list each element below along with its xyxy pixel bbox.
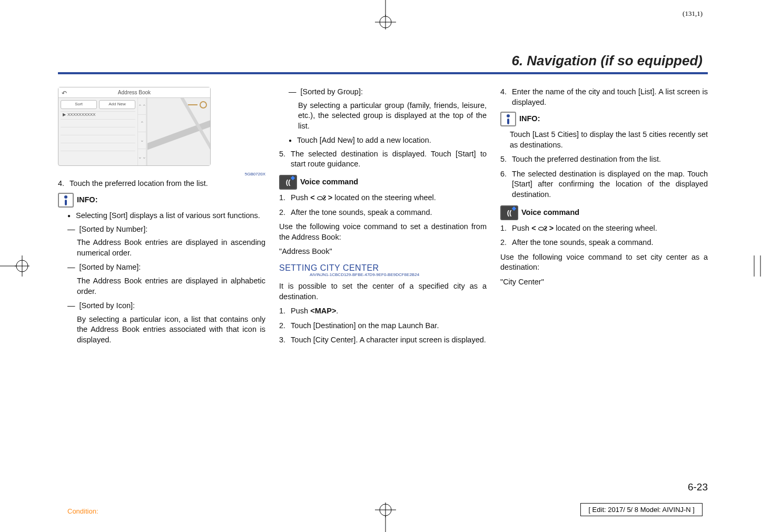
- step-number: 2.: [279, 321, 285, 331]
- screenshot-map: [147, 98, 210, 165]
- info-body: Touch [Last 5 Cities] to display the las…: [500, 130, 708, 150]
- step-4-text: Touch the preferred location from the li…: [70, 179, 265, 189]
- scroll-arrows: ⌃⌃ ⌃ ⌄ ⌄⌄: [137, 98, 146, 165]
- sort-number-head: [Sorted by Number]:: [80, 224, 266, 235]
- cc-step-2: Touch [Destination] on the map Launch Ba…: [291, 321, 487, 331]
- sheet-number: (131,1): [683, 9, 703, 18]
- page-number: 6-23: [688, 481, 708, 493]
- dash-icon: —: [67, 224, 75, 235]
- scale-circle-icon: [200, 101, 207, 109]
- use-following-text: Use the following voice command to set c…: [500, 252, 708, 273]
- section-heading: SETTING CITY CENTER: [279, 262, 487, 274]
- step-number: 5.: [500, 154, 507, 165]
- step-number: 3.: [279, 335, 285, 346]
- screenshot-code: 5GB0720X: [245, 172, 265, 176]
- sort-name-head: [Sorted by Name]:: [80, 262, 266, 273]
- step-number: 1.: [500, 223, 507, 234]
- bullet-text: Selecting [Sort] displays a list of vari…: [76, 211, 265, 221]
- voice-command-icon: [500, 205, 518, 220]
- vc-step-2: After the tone sounds, speak a command.: [291, 208, 487, 218]
- dash-icon: —: [67, 301, 75, 311]
- dash-icon: —: [289, 87, 296, 97]
- voice-command-phrase: "City Center": [500, 277, 708, 288]
- vc-step-1: Push < ⬭ᴤ > located on the steering whee…: [291, 193, 487, 203]
- info-icon: [58, 193, 74, 208]
- scroll-bottom-icon: ⌄⌄: [138, 149, 146, 165]
- sort-number-body: The Address Book entries are displayed i…: [58, 238, 265, 258]
- cc-step-3: Touch [City Center]. A character input s…: [291, 335, 487, 346]
- crop-mark-right: [739, 245, 771, 287]
- title-rule: [58, 72, 708, 74]
- step-number: 6.: [500, 169, 507, 200]
- bullet-addnew: Touch [Add New] to add a new location.: [297, 135, 487, 146]
- vc-step-1: Push < ⬭ᴤ > located on the steering whee…: [512, 223, 708, 234]
- guid-label: AIVINJN1-1CBCD129-BFBE-47D9-9EF0-BE9DCF8…: [279, 272, 487, 278]
- voice-command-label: Voice command: [300, 177, 358, 188]
- sort-group-body: By selecting a particular group (family,…: [279, 101, 487, 132]
- chapter-title: 6. Navigation (if so equipped): [58, 53, 708, 69]
- scroll-up-icon: ⌃: [138, 115, 146, 132]
- sort-group-head: [Sorted by Group]:: [301, 87, 487, 97]
- bullet-icon: ●: [289, 135, 292, 146]
- sort-icon-head: [Sorted by Icon]:: [80, 301, 266, 311]
- info-label: INFO:: [519, 114, 540, 124]
- cc-step-1: Push <MAP>.: [291, 306, 487, 317]
- step-number: 1.: [279, 306, 285, 317]
- embedded-screenshot: ↶ Address Book Sort Add New ▶XXXXXXXXXX …: [58, 87, 211, 166]
- info-label: INFO:: [77, 195, 97, 205]
- step-number: 4.: [500, 87, 507, 107]
- column-2: —[Sorted by Group]: By selecting a parti…: [279, 87, 487, 350]
- city-center-intro: It is possible to set the center of a sp…: [279, 281, 487, 302]
- voice-command-label: Voice command: [521, 208, 579, 218]
- back-icon: ↶: [62, 89, 67, 97]
- dash-icon: —: [67, 262, 75, 273]
- sort-name-body: The Address Book entries are displayed i…: [58, 276, 265, 297]
- cc-step-4: Enter the name of the city and touch [Li…: [512, 87, 708, 107]
- step-5-text: The selected destination is displayed. T…: [291, 149, 487, 170]
- sort-icon-body: By selecting a particular icon, a list t…: [58, 314, 265, 346]
- column-1: ↶ Address Book Sort Add New ▶XXXXXXXXXX …: [58, 87, 265, 350]
- steering-voice-icon: ⬭ᴤ: [538, 224, 547, 232]
- screenshot-title: Address Book: [118, 89, 151, 96]
- voice-command-icon: [279, 175, 297, 190]
- column-3: 4.Enter the name of the city and touch […: [500, 87, 708, 350]
- crop-mark-bottom: [364, 500, 407, 532]
- flag-icon: ▶: [63, 112, 66, 118]
- vc-step-2: After the tone sounds, speak a command.: [512, 238, 708, 248]
- edit-metadata-box: [ Edit: 2017/ 5/ 8 Model: AIVINJ-N ]: [580, 503, 703, 516]
- step-number: 5.: [279, 149, 285, 170]
- step-number: 1.: [279, 193, 285, 203]
- info-icon: [500, 112, 516, 126]
- row-text: XXXXXXXXXX: [67, 112, 95, 118]
- add-new-button: Add New: [99, 100, 135, 109]
- condition-label: Condition:: [67, 507, 98, 515]
- crop-mark-left: [0, 245, 32, 287]
- crop-mark-top: [364, 0, 407, 32]
- step-number: 2.: [500, 238, 507, 248]
- cc-step-5: Touch the preferred destination from the…: [512, 154, 708, 165]
- scale-line-icon: [188, 104, 197, 105]
- bullet-icon: ●: [67, 211, 71, 221]
- steering-voice-icon: ⬭ᴤ: [317, 194, 326, 202]
- step-number: 2.: [279, 208, 285, 218]
- use-following-text: Use the following voice command to set a…: [279, 222, 487, 242]
- voice-command-phrase: "Address Book": [279, 247, 487, 257]
- scroll-down-icon: ⌄: [138, 132, 146, 149]
- sort-button: Sort: [61, 100, 97, 109]
- cc-step-6: The selected destination is displayed on…: [512, 169, 708, 200]
- step-number: 4.: [58, 179, 64, 189]
- scroll-top-icon: ⌃⌃: [138, 98, 146, 115]
